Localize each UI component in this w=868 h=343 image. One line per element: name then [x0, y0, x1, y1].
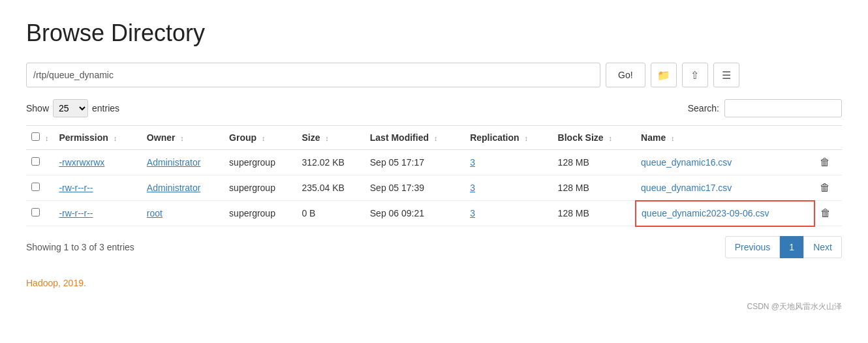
entries-select[interactable]: 10 25 50 100	[53, 99, 88, 117]
permission-link[interactable]: -rw-r--r--	[59, 183, 93, 193]
header-owner: Owner ↕	[142, 126, 224, 150]
footer-row: Showing 1 to 3 of 3 entries Previous 1 N…	[26, 236, 842, 258]
files-table: ↕ Permission ↕ Owner ↕ Group ↕ Size ↕ La…	[26, 125, 842, 227]
header-block-size: Block Size ↕	[553, 126, 636, 150]
header-group: Group ↕	[224, 126, 296, 150]
row-replication: 3	[465, 201, 552, 226]
table-header-row: ↕ Permission ↕ Owner ↕ Group ↕ Size ↕ La…	[26, 126, 842, 150]
search-input[interactable]	[724, 99, 842, 117]
row-block-size: 128 MB	[553, 150, 636, 175]
controls-row: Show 10 25 50 100 entries Search:	[26, 99, 842, 117]
sort-icon-last-modified: ↕	[434, 134, 438, 142]
upload-button[interactable]: ⇧	[682, 63, 708, 87]
sort-icon-checkbox: ↕	[45, 134, 49, 142]
sort-icon-name: ↕	[671, 134, 675, 142]
row-permission: -rwxrwxrwx	[54, 150, 141, 175]
row-owner: root	[142, 201, 224, 226]
upload-icon: ⇧	[690, 69, 699, 82]
search-area: Search:	[688, 99, 842, 117]
file-link[interactable]: queue_dynamic2023-09-06.csv	[642, 208, 769, 218]
row-group: supergroup	[224, 175, 296, 201]
list-icon: ☰	[722, 69, 731, 82]
table-row: -rw-r--r-- root supergroup 0 B Sep 06 09…	[26, 201, 842, 226]
pagination: Previous 1 Next	[725, 236, 842, 258]
row-delete-cell: 🗑	[814, 150, 842, 175]
file-link[interactable]: queue_dynamic17.csv	[641, 183, 732, 193]
row-name-cell: queue_dynamic2023-09-06.csv	[636, 201, 814, 226]
list-view-button[interactable]: ☰	[713, 63, 739, 87]
previous-button[interactable]: Previous	[725, 236, 780, 258]
path-input[interactable]	[26, 63, 600, 87]
select-all-checkbox[interactable]	[31, 132, 40, 141]
row-checkbox[interactable]	[31, 208, 40, 216]
row-block-size: 128 MB	[553, 201, 636, 226]
name-label: Name	[641, 132, 666, 143]
header-actions	[814, 126, 842, 150]
showing-text: Showing 1 to 3 of 3 entries	[26, 242, 134, 252]
page-title: Browse Directory	[26, 20, 842, 47]
replication-link[interactable]: 3	[470, 157, 475, 168]
row-name-cell: queue_dynamic16.csv	[636, 150, 814, 175]
row-checkbox[interactable]	[31, 157, 40, 166]
row-delete-cell: 🗑	[814, 175, 842, 201]
replication-link[interactable]: 3	[470, 183, 475, 193]
row-replication: 3	[465, 175, 552, 201]
row-checkbox-cell	[26, 175, 54, 201]
folder-icon: 📁	[657, 69, 670, 82]
entries-label: entries	[92, 103, 119, 113]
table-row: -rwxrwxrwx Administrator supergroup 312.…	[26, 150, 842, 175]
row-delete-cell: 🗑	[814, 201, 842, 226]
group-label: Group	[229, 132, 256, 143]
delete-icon[interactable]: 🗑	[820, 182, 830, 193]
row-size: 312.02 KB	[296, 150, 364, 175]
row-size: 0 B	[296, 201, 364, 226]
row-permission: -rw-r--r--	[54, 201, 141, 226]
next-button[interactable]: Next	[803, 236, 842, 258]
csdn-credit: CSDN @天地风雷水火山泽	[26, 301, 842, 312]
row-group: supergroup	[224, 150, 296, 175]
size-label: Size	[302, 132, 320, 143]
last-modified-label: Last Modified	[370, 132, 429, 143]
search-label: Search:	[688, 103, 719, 113]
row-size: 235.04 KB	[296, 175, 364, 201]
header-permission: Permission ↕	[54, 126, 141, 150]
header-size: Size ↕	[296, 126, 364, 150]
sort-icon-permission: ↕	[114, 134, 117, 142]
owner-link[interactable]: Administrator	[147, 157, 200, 168]
row-last-modified: Sep 05 17:39	[365, 175, 465, 201]
delete-icon[interactable]: 🗑	[820, 157, 830, 168]
sort-icon-size: ↕	[325, 134, 329, 142]
permission-link[interactable]: -rw-r--r--	[59, 208, 93, 218]
permission-link[interactable]: -rwxrwxrwx	[59, 157, 104, 168]
permission-label: Permission	[59, 132, 108, 143]
row-owner: Administrator	[142, 150, 224, 175]
row-name-cell: queue_dynamic17.csv	[636, 175, 814, 201]
block-size-label: Block Size	[558, 132, 604, 143]
header-checkbox-col: ↕	[26, 126, 54, 150]
row-checkbox-cell	[26, 150, 54, 175]
replication-label: Replication	[470, 132, 519, 143]
row-group: supergroup	[224, 201, 296, 226]
row-block-size: 128 MB	[553, 175, 636, 201]
owner-link[interactable]: root	[147, 208, 163, 218]
replication-link[interactable]: 3	[470, 208, 475, 218]
page-number[interactable]: 1	[780, 236, 803, 258]
path-bar: Go! 📁 ⇧ ☰	[26, 63, 842, 87]
row-permission: -rw-r--r--	[54, 175, 141, 201]
show-entries: Show 10 25 50 100 entries	[26, 99, 119, 117]
row-last-modified: Sep 06 09:21	[365, 201, 465, 226]
header-name: Name ↕	[636, 126, 814, 150]
folder-icon-button[interactable]: 📁	[651, 63, 677, 87]
row-checkbox-cell	[26, 201, 54, 226]
header-last-modified: Last Modified ↕	[365, 126, 465, 150]
sort-icon-replication: ↕	[525, 134, 529, 142]
delete-icon[interactable]: 🗑	[820, 207, 831, 218]
file-link[interactable]: queue_dynamic16.csv	[641, 157, 732, 168]
sort-icon-owner: ↕	[180, 134, 184, 142]
row-checkbox[interactable]	[31, 183, 40, 191]
owner-link[interactable]: Administrator	[147, 183, 200, 193]
go-button[interactable]: Go!	[606, 63, 645, 87]
row-last-modified: Sep 05 17:17	[365, 150, 465, 175]
header-replication: Replication ↕	[465, 126, 552, 150]
row-replication: 3	[465, 150, 552, 175]
